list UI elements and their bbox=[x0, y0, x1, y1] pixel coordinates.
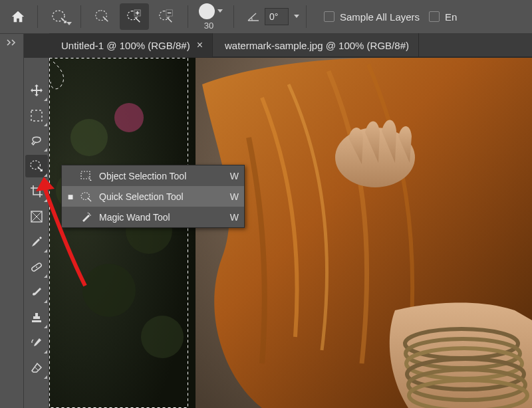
home-icon bbox=[11, 10, 25, 23]
flyout-object-selection[interactable]: Object Selection Tool W bbox=[62, 165, 244, 186]
flyout-indicator-icon bbox=[44, 325, 47, 328]
flyout-indicator-icon bbox=[44, 148, 47, 152]
new-selection-button[interactable] bbox=[88, 3, 117, 30]
divider bbox=[233, 5, 234, 28]
crop-tool[interactable] bbox=[25, 180, 48, 203]
history-brush-icon bbox=[30, 336, 43, 350]
flyout-label: Object Selection Tool bbox=[99, 171, 221, 181]
eraser-tool[interactable] bbox=[25, 357, 48, 379]
add-selection-button[interactable] bbox=[120, 3, 149, 30]
tab-watermark-sample[interactable]: watermark-sample.jpg @ 100% (RGB/8#) bbox=[213, 33, 419, 57]
flyout-shortcut: W bbox=[227, 171, 239, 181]
history-brush-tool[interactable] bbox=[25, 332, 48, 354]
flyout-label: Magic Wand Tool bbox=[99, 212, 221, 223]
selection-brush-button[interactable] bbox=[45, 3, 74, 30]
flyout-indicator-icon bbox=[44, 123, 47, 126]
lasso-tool[interactable] bbox=[25, 130, 48, 152]
move-icon bbox=[30, 84, 43, 97]
flyout-indicator-icon bbox=[44, 173, 47, 177]
flyout-indicator-icon bbox=[44, 249, 47, 253]
svg-rect-6 bbox=[31, 110, 42, 121]
brush-tool[interactable] bbox=[25, 281, 48, 304]
divider bbox=[80, 5, 81, 28]
tab-label: Untitled-1 @ 100% (RGB/8#) bbox=[61, 40, 190, 51]
tab-label: watermark-sample.jpg @ 100% (RGB/8#) bbox=[225, 40, 409, 51]
marquee-tool[interactable] bbox=[25, 104, 48, 127]
angle-input[interactable]: 0° bbox=[265, 8, 289, 25]
options-bar: 30 0° Sample All Layers En bbox=[0, 0, 532, 34]
lasso-icon bbox=[30, 134, 43, 148]
flyout-magic-wand[interactable]: Magic Wand Tool W bbox=[62, 207, 244, 227]
quick-selection-tool[interactable] bbox=[25, 155, 48, 177]
crop-icon bbox=[30, 185, 43, 198]
enhance-edge-checkbox[interactable]: En bbox=[429, 11, 457, 23]
angle-value: 0° bbox=[269, 11, 278, 22]
new-selection-icon bbox=[94, 9, 110, 24]
tab-untitled-1[interactable]: Untitled-1 @ 100% (RGB/8#) × bbox=[49, 33, 213, 57]
double-chevron-right-icon bbox=[7, 39, 17, 46]
marquee-icon bbox=[31, 110, 43, 122]
magic-wand-icon bbox=[79, 212, 94, 223]
divider bbox=[37, 5, 38, 28]
svg-point-12 bbox=[70, 119, 108, 156]
current-indicator: ■ bbox=[67, 191, 74, 202]
bandaid-icon bbox=[30, 260, 43, 274]
brush-size-picker[interactable]: 30 bbox=[195, 3, 227, 30]
divider bbox=[306, 5, 307, 28]
quick-selection-icon bbox=[79, 191, 94, 202]
flyout-shortcut: W bbox=[227, 191, 239, 202]
eyedropper-tool[interactable] bbox=[25, 231, 48, 253]
divider bbox=[188, 5, 188, 28]
flyout-shortcut: W bbox=[227, 212, 239, 223]
frame-tool[interactable] bbox=[25, 205, 48, 228]
flyout-label: Quick Selection Tool bbox=[99, 191, 221, 202]
flyout-indicator-icon bbox=[44, 300, 47, 303]
flyout-indicator-icon bbox=[44, 98, 47, 101]
subtract-selection-button[interactable] bbox=[152, 3, 181, 30]
object-selection-icon bbox=[79, 171, 94, 181]
tools-panel bbox=[24, 58, 49, 408]
flyout-indicator-icon bbox=[44, 350, 47, 354]
angle-control: 0° bbox=[246, 8, 301, 25]
chevron-down-icon bbox=[294, 15, 299, 19]
close-icon[interactable]: × bbox=[197, 39, 203, 51]
quick-selection-icon bbox=[29, 159, 44, 173]
subtract-selection-icon bbox=[158, 9, 175, 25]
flyout-indicator-icon bbox=[44, 199, 47, 202]
sample-all-layers-checkbox[interactable]: Sample All Layers bbox=[324, 11, 420, 23]
flyout-indicator-icon bbox=[44, 375, 47, 379]
flyout-quick-selection[interactable]: ■ Quick Selection Tool W bbox=[62, 186, 244, 207]
document-canvas[interactable] bbox=[49, 58, 532, 408]
photo-content bbox=[49, 58, 532, 408]
frame-icon bbox=[31, 211, 43, 223]
angle-icon bbox=[246, 11, 261, 23]
flyout-indicator-icon bbox=[44, 274, 47, 278]
selection-brush-icon bbox=[51, 9, 68, 25]
svg-point-10 bbox=[36, 266, 37, 268]
sample-all-layers-label: Sample All Layers bbox=[340, 11, 420, 23]
brush-size-label: 30 bbox=[204, 21, 213, 31]
stamp-icon bbox=[30, 311, 43, 324]
chevron-down-icon bbox=[217, 9, 223, 13]
svg-point-13 bbox=[114, 103, 144, 132]
move-tool[interactable] bbox=[25, 79, 48, 102]
brush-preview-icon bbox=[199, 3, 215, 19]
svg-point-17 bbox=[141, 316, 184, 358]
checkbox-icon bbox=[429, 11, 440, 22]
chevron-down-icon bbox=[66, 22, 72, 26]
brush-icon bbox=[30, 286, 43, 299]
checkbox-icon bbox=[324, 11, 334, 22]
clone-stamp-tool[interactable] bbox=[25, 306, 48, 329]
angle-dropdown[interactable] bbox=[293, 15, 301, 19]
eraser-icon bbox=[30, 361, 43, 375]
enhance-edge-label: En bbox=[445, 11, 457, 23]
selection-tool-flyout: Object Selection Tool W ■ Quick Selectio… bbox=[61, 165, 245, 228]
svg-point-16 bbox=[82, 264, 136, 317]
svg-rect-27 bbox=[81, 171, 90, 179]
panel-collapse-bar bbox=[0, 34, 24, 408]
document-tab-bar: Untitled-1 @ 100% (RGB/8#) × watermark-s… bbox=[49, 34, 532, 58]
expand-panels-button[interactable] bbox=[0, 37, 23, 49]
healing-brush-tool[interactable] bbox=[25, 256, 48, 278]
add-selection-icon bbox=[126, 9, 143, 25]
home-button[interactable] bbox=[4, 4, 32, 29]
